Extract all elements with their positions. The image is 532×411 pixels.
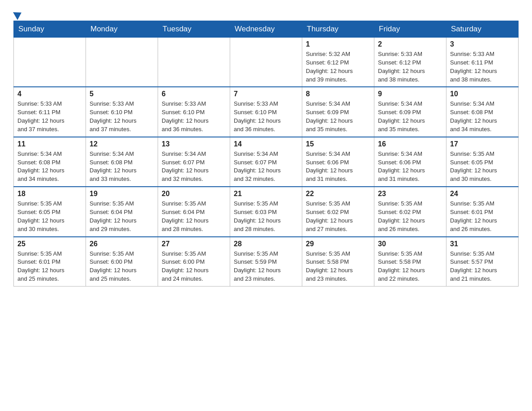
calendar-day-cell: 17Sunrise: 5:35 AM Sunset: 6:05 PM Dayli…	[446, 137, 519, 187]
day-info: Sunrise: 5:35 AM Sunset: 5:58 PM Dayligh…	[378, 250, 442, 283]
calendar-day-cell: 22Sunrise: 5:35 AM Sunset: 6:02 PM Dayli…	[302, 187, 374, 236]
calendar-day-cell: 14Sunrise: 5:34 AM Sunset: 6:07 PM Dayli…	[230, 137, 302, 187]
day-info: Sunrise: 5:33 AM Sunset: 6:11 PM Dayligh…	[450, 50, 515, 84]
day-of-week-header: Friday	[374, 21, 446, 38]
day-number: 20	[162, 190, 226, 198]
calendar-day-cell: 4Sunrise: 5:33 AM Sunset: 6:11 PM Daylig…	[14, 87, 86, 137]
day-number: 22	[306, 190, 370, 198]
day-number: 17	[450, 140, 515, 148]
calendar-day-cell: 23Sunrise: 5:35 AM Sunset: 6:02 PM Dayli…	[374, 187, 446, 236]
logo	[13, 9, 22, 16]
day-info: Sunrise: 5:33 AM Sunset: 6:10 PM Dayligh…	[234, 100, 298, 133]
logo-arrow-icon	[13, 9, 24, 20]
day-number: 24	[450, 190, 515, 198]
day-info: Sunrise: 5:35 AM Sunset: 6:04 PM Dayligh…	[162, 200, 226, 233]
day-number: 8	[306, 90, 370, 98]
day-number: 30	[378, 240, 442, 248]
day-number: 4	[17, 90, 82, 98]
day-number: 5	[90, 90, 154, 98]
day-number: 11	[17, 140, 82, 148]
calendar-day-cell: 12Sunrise: 5:34 AM Sunset: 6:08 PM Dayli…	[86, 137, 158, 187]
day-number: 26	[90, 240, 154, 248]
calendar-day-cell: 29Sunrise: 5:35 AM Sunset: 5:58 PM Dayli…	[302, 237, 374, 287]
calendar-day-cell: 30Sunrise: 5:35 AM Sunset: 5:58 PM Dayli…	[374, 237, 446, 287]
calendar-week-row: 25Sunrise: 5:35 AM Sunset: 6:01 PM Dayli…	[14, 237, 519, 287]
calendar-day-cell: 24Sunrise: 5:35 AM Sunset: 6:01 PM Dayli…	[446, 187, 519, 236]
day-info: Sunrise: 5:33 AM Sunset: 6:12 PM Dayligh…	[378, 50, 442, 84]
day-info: Sunrise: 5:35 AM Sunset: 6:03 PM Dayligh…	[234, 200, 298, 233]
day-number: 27	[162, 240, 226, 248]
day-number: 3	[450, 40, 515, 48]
day-info: Sunrise: 5:35 AM Sunset: 6:04 PM Dayligh…	[90, 200, 154, 233]
calendar-day-cell: 3Sunrise: 5:33 AM Sunset: 6:11 PM Daylig…	[446, 38, 519, 87]
calendar-day-cell	[158, 38, 230, 87]
day-info: Sunrise: 5:35 AM Sunset: 6:01 PM Dayligh…	[450, 200, 515, 233]
calendar-day-cell: 8Sunrise: 5:34 AM Sunset: 6:09 PM Daylig…	[302, 87, 374, 137]
day-info: Sunrise: 5:34 AM Sunset: 6:06 PM Dayligh…	[378, 150, 442, 184]
day-number: 13	[162, 140, 226, 148]
calendar-day-cell: 2Sunrise: 5:33 AM Sunset: 6:12 PM Daylig…	[374, 38, 446, 87]
day-number: 18	[17, 190, 82, 198]
day-number: 10	[450, 90, 515, 98]
page-header	[13, 9, 519, 16]
calendar-day-cell: 6Sunrise: 5:33 AM Sunset: 6:10 PM Daylig…	[158, 87, 230, 137]
day-info: Sunrise: 5:35 AM Sunset: 6:01 PM Dayligh…	[17, 250, 82, 283]
day-number: 21	[234, 190, 298, 198]
day-number: 7	[234, 90, 298, 98]
day-of-week-header: Monday	[86, 21, 158, 38]
day-number: 31	[450, 240, 515, 248]
day-info: Sunrise: 5:34 AM Sunset: 6:09 PM Dayligh…	[306, 100, 370, 133]
day-number: 16	[378, 140, 442, 148]
calendar-day-cell: 16Sunrise: 5:34 AM Sunset: 6:06 PM Dayli…	[374, 137, 446, 187]
day-of-week-header: Saturday	[446, 21, 519, 38]
day-of-week-header: Thursday	[302, 21, 374, 38]
calendar-day-cell: 18Sunrise: 5:35 AM Sunset: 6:05 PM Dayli…	[14, 187, 86, 236]
day-number: 23	[378, 190, 442, 198]
calendar-day-cell: 11Sunrise: 5:34 AM Sunset: 6:08 PM Dayli…	[14, 137, 86, 187]
calendar-table: SundayMondayTuesdayWednesdayThursdayFrid…	[13, 21, 519, 287]
calendar-day-cell: 27Sunrise: 5:35 AM Sunset: 6:00 PM Dayli…	[158, 237, 230, 287]
day-info: Sunrise: 5:34 AM Sunset: 6:09 PM Dayligh…	[378, 100, 442, 133]
day-info: Sunrise: 5:35 AM Sunset: 6:02 PM Dayligh…	[306, 200, 370, 233]
calendar-day-cell: 20Sunrise: 5:35 AM Sunset: 6:04 PM Dayli…	[158, 187, 230, 236]
day-info: Sunrise: 5:35 AM Sunset: 6:05 PM Dayligh…	[17, 200, 82, 233]
calendar-day-cell: 25Sunrise: 5:35 AM Sunset: 6:01 PM Dayli…	[14, 237, 86, 287]
day-info: Sunrise: 5:34 AM Sunset: 6:08 PM Dayligh…	[90, 150, 154, 184]
calendar-day-cell: 19Sunrise: 5:35 AM Sunset: 6:04 PM Dayli…	[86, 187, 158, 236]
day-info: Sunrise: 5:35 AM Sunset: 6:00 PM Dayligh…	[162, 250, 226, 283]
calendar-day-cell: 26Sunrise: 5:35 AM Sunset: 6:00 PM Dayli…	[86, 237, 158, 287]
day-number: 25	[17, 240, 82, 248]
day-info: Sunrise: 5:35 AM Sunset: 5:58 PM Dayligh…	[306, 250, 370, 283]
calendar-day-cell: 21Sunrise: 5:35 AM Sunset: 6:03 PM Dayli…	[230, 187, 302, 236]
calendar-day-cell: 5Sunrise: 5:33 AM Sunset: 6:10 PM Daylig…	[86, 87, 158, 137]
calendar-day-cell: 13Sunrise: 5:34 AM Sunset: 6:07 PM Dayli…	[158, 137, 230, 187]
day-info: Sunrise: 5:32 AM Sunset: 6:12 PM Dayligh…	[306, 50, 370, 84]
day-of-week-header: Tuesday	[158, 21, 230, 38]
day-info: Sunrise: 5:35 AM Sunset: 5:59 PM Dayligh…	[234, 250, 298, 283]
day-info: Sunrise: 5:34 AM Sunset: 6:07 PM Dayligh…	[162, 150, 226, 184]
day-number: 1	[306, 40, 370, 48]
day-info: Sunrise: 5:33 AM Sunset: 6:10 PM Dayligh…	[90, 100, 154, 133]
day-number: 28	[234, 240, 298, 248]
calendar-day-cell	[14, 38, 86, 87]
calendar-week-row: 18Sunrise: 5:35 AM Sunset: 6:05 PM Dayli…	[14, 187, 519, 236]
calendar-day-cell: 9Sunrise: 5:34 AM Sunset: 6:09 PM Daylig…	[374, 87, 446, 137]
calendar-day-cell: 28Sunrise: 5:35 AM Sunset: 5:59 PM Dayli…	[230, 237, 302, 287]
day-of-week-header: Sunday	[14, 21, 86, 38]
calendar-day-cell	[86, 38, 158, 87]
day-info: Sunrise: 5:35 AM Sunset: 5:57 PM Dayligh…	[450, 250, 515, 283]
day-info: Sunrise: 5:34 AM Sunset: 6:08 PM Dayligh…	[450, 100, 515, 133]
day-of-week-header: Wednesday	[230, 21, 302, 38]
day-number: 19	[90, 190, 154, 198]
day-info: Sunrise: 5:35 AM Sunset: 6:02 PM Dayligh…	[378, 200, 442, 233]
day-number: 29	[306, 240, 370, 248]
day-number: 6	[162, 90, 226, 98]
calendar-day-cell: 1Sunrise: 5:32 AM Sunset: 6:12 PM Daylig…	[302, 38, 374, 87]
calendar-day-cell: 31Sunrise: 5:35 AM Sunset: 5:57 PM Dayli…	[446, 237, 519, 287]
day-number: 14	[234, 140, 298, 148]
day-number: 2	[378, 40, 442, 48]
day-info: Sunrise: 5:34 AM Sunset: 6:06 PM Dayligh…	[306, 150, 370, 184]
calendar-day-cell	[230, 38, 302, 87]
calendar-header-row: SundayMondayTuesdayWednesdayThursdayFrid…	[14, 21, 519, 38]
calendar-day-cell: 10Sunrise: 5:34 AM Sunset: 6:08 PM Dayli…	[446, 87, 519, 137]
